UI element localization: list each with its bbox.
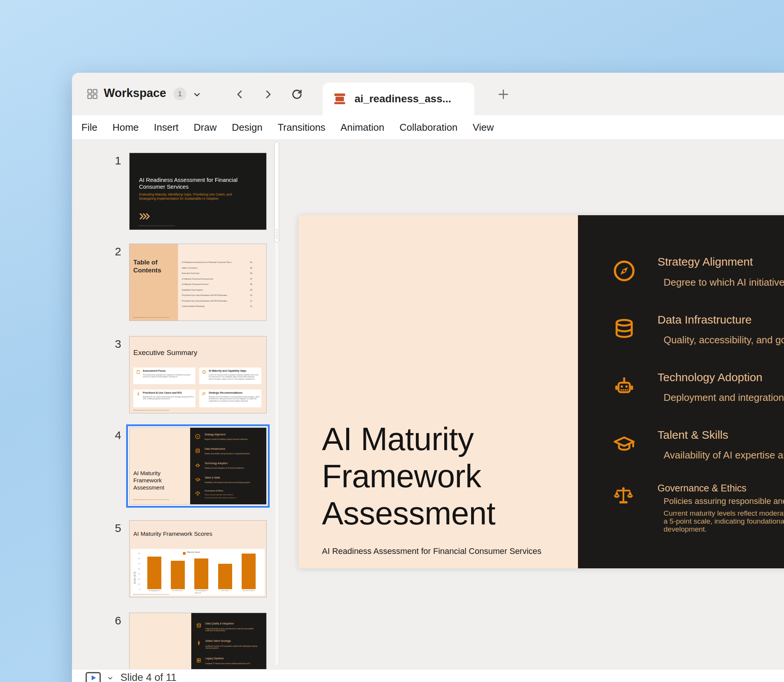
thumb1-subtitle: Evaluating Maturity, Identifying Gaps, P…	[139, 193, 232, 201]
thumb5-title: AI Maturity Framework Scores	[133, 531, 212, 537]
toc-rows: AI Readiness Assessment for Financial Co…	[182, 261, 252, 311]
robot-icon	[613, 375, 636, 398]
slide-thumbnail-5[interactable]: AI Maturity Framework Scores Maturity Sc…	[129, 520, 267, 598]
presentation-app-icon	[332, 92, 347, 106]
thumb1-title: AI Readiness Assessment for Financial Co…	[139, 177, 260, 190]
dimension-item[interactable]: Technology Adoption	[657, 371, 784, 384]
toc-row: Capability Gap Analysis09	[182, 289, 252, 295]
bar	[194, 558, 208, 589]
menu-draw[interactable]: Draw	[194, 122, 217, 133]
toc-row: Executive Summary06	[182, 272, 252, 278]
thumb6-dark-panel: Data Quality & IntegrationFragmented dat…	[191, 613, 266, 669]
menu-view[interactable]: View	[473, 122, 494, 133]
database-icon	[613, 317, 636, 340]
slideshow-chevron-down-icon[interactable]	[107, 675, 114, 682]
toc-row: AI Maturity Framework Assessment07	[182, 278, 252, 284]
legacy-systems-icon	[196, 658, 202, 663]
flag-icon	[202, 392, 207, 396]
summary-card: AI Maturity and Capability Gaps Current …	[199, 368, 261, 384]
y-tick-label: 1.0	[138, 579, 140, 580]
bar	[147, 556, 161, 589]
slide-number-6: 6	[107, 614, 121, 627]
menu-design[interactable]: Design	[232, 122, 262, 133]
refresh-icon[interactable]	[291, 88, 303, 100]
thumb1-footer: AI Readiness Assessment for Financial Co…	[139, 225, 175, 226]
scales-icon	[195, 491, 200, 496]
bar	[171, 561, 185, 589]
workspace-grid-icon[interactable]	[86, 88, 99, 100]
menu-transitions[interactable]: Transitions	[278, 122, 325, 133]
governance-note[interactable]: Current maturity levels reflect moderate…	[663, 509, 784, 533]
clipboard-icon	[136, 370, 140, 374]
document-tab-title: ai_readiness_ass...	[355, 93, 451, 105]
dimension-item[interactable]: Talent & Skills	[657, 429, 784, 441]
dimension-item[interactable]: Data Infrastructure	[657, 313, 784, 326]
dimension-desc[interactable]: Availability of AI expertise and continu…	[663, 449, 784, 461]
thumb3-title: Executive Summary	[133, 349, 197, 357]
slide-number-2: 2	[107, 245, 121, 258]
compass-icon	[613, 260, 636, 282]
slide-left-section: AI Maturity Framework Assessment AI Read…	[299, 215, 578, 568]
bar	[242, 554, 256, 589]
dimension-desc[interactable]: Degree to which AI initiatives support b…	[663, 277, 784, 288]
menu-collaboration[interactable]: Collaboration	[399, 122, 458, 133]
dimension-desc[interactable]: Quality, accessibility, and governance o…	[663, 334, 784, 346]
slide-footer-text[interactable]: AI Readiness Assessment for Financial Co…	[322, 547, 542, 556]
dimension-desc[interactable]: Policies assuring responsible and ethica…	[663, 496, 784, 506]
statusbar: Slide 4 of 11	[72, 669, 784, 682]
thumb4-left-panel: AI Maturity Framework Assessment AI Read…	[130, 428, 190, 504]
mini-chart-bars	[142, 554, 261, 589]
menu-file[interactable]: File	[81, 122, 97, 133]
dimension-item[interactable]: Strategy Alignment	[657, 255, 784, 268]
document-tab[interactable]: ai_readiness_ass...	[323, 83, 474, 115]
slide-title[interactable]: AI Maturity Framework Assessment	[322, 421, 495, 532]
summary-card: Strategic Recommendations Strategic reco…	[199, 389, 261, 407]
main-slide-canvas[interactable]: AI Maturity Framework Assessment AI Read…	[299, 215, 784, 568]
y-tick-label: 0.5	[138, 584, 140, 585]
compass-icon	[195, 434, 200, 439]
mini-chart: Maturity Score Score (1-5) 3.53.02.52.01…	[131, 549, 265, 596]
summary-card: Prioritized AI Use Cases and ROI Priorit…	[133, 389, 196, 407]
thumb2-toc: AI Readiness Assessment for Financial Co…	[182, 261, 261, 311]
thumb6-left-panel	[130, 613, 191, 669]
slide-number-1: 1	[107, 154, 121, 167]
forward-icon[interactable]	[262, 89, 274, 100]
menu-home[interactable]: Home	[113, 122, 138, 133]
toc-row: Implementation Roadmap12	[182, 305, 252, 311]
slide-thumbnail-3[interactable]: Executive Summary Assessment Focus The a…	[129, 336, 267, 413]
new-tab-plus-icon[interactable]	[497, 88, 510, 101]
toc-row: AI Maturity Framework Scores08	[182, 283, 252, 289]
slide-number-4: 4	[107, 429, 121, 442]
toc-row: Table of Contents05	[182, 267, 252, 272]
y-tick-label: 2.5	[138, 563, 140, 564]
dimension-desc[interactable]: Deployment and integration of AI tools a…	[663, 392, 784, 403]
back-icon[interactable]	[234, 89, 245, 100]
thumb2-footer: AI Readiness Assessment for Financial Co…	[133, 317, 169, 318]
menu-animation[interactable]: Animation	[340, 122, 385, 133]
graduation-cap-icon	[195, 477, 200, 482]
bar	[218, 564, 232, 589]
toc-row: AI Readiness Assessment for Financial Co…	[182, 261, 252, 267]
thumb2-title: Table of Contents	[133, 258, 171, 274]
slide-thumbnail-2[interactable]: Table of Contents AI Readiness Assessmen…	[129, 244, 267, 321]
robot-icon	[195, 463, 200, 468]
workspace-label[interactable]: Workspace	[104, 86, 166, 100]
thumb5-footer: AI Readiness Assessment for Financial Co…	[133, 594, 169, 595]
slide-thumbnail-4-selected[interactable]: AI Maturity Framework Assessment AI Read…	[129, 427, 267, 505]
slide-indicator: Slide 4 of 11	[121, 672, 177, 682]
thumbnail-scrollbar-thumb[interactable]	[274, 142, 279, 242]
y-tick-label: 3.5	[138, 553, 140, 554]
dimension-item[interactable]: Governance & Ethics	[657, 483, 784, 494]
content-area: 1 2 3 4 5 6 AI Readiness Assessment for …	[72, 140, 784, 669]
slide-thumbnail-1[interactable]: AI Readiness Assessment for Financial Co…	[129, 153, 267, 230]
menu-insert[interactable]: Insert	[154, 122, 178, 133]
mini-chart-yticks: 3.53.02.52.01.51.00.50	[134, 553, 140, 590]
scales-icon	[613, 485, 634, 506]
desktop-background: Workspace 1 ai_readiness_ass... File Hom…	[0, 0, 784, 682]
slideshow-play-icon[interactable]	[85, 672, 102, 682]
slide-thumbnail-6[interactable]: Data Quality & IntegrationFragmented dat…	[129, 613, 267, 669]
graduation-cap-icon	[613, 433, 636, 456]
workspace-chevron-down-icon[interactable]	[192, 90, 202, 99]
chevrons-icon	[139, 212, 150, 220]
menubar: File Home Insert Draw Design Transitions…	[72, 115, 784, 140]
